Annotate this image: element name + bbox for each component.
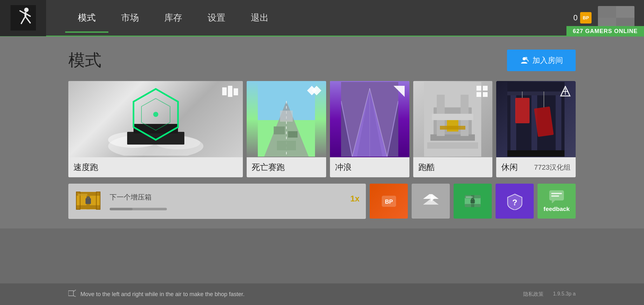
svg-rect-95 xyxy=(551,195,559,197)
bottom-right: 隐私政策 1.9.5.3p a xyxy=(523,291,576,298)
speed-thumbnail xyxy=(68,81,243,157)
rank-button[interactable] xyxy=(412,184,450,219)
nav-market[interactable]: 市场 xyxy=(108,9,152,27)
online-badge: 627 GAMERS ONLINE xyxy=(566,26,644,37)
idle-visual xyxy=(507,82,565,157)
svg-rect-56 xyxy=(476,86,481,91)
svg-rect-0 xyxy=(10,5,36,30)
game-modes: 速度跑 xyxy=(68,81,576,177)
green-crate-button[interactable] xyxy=(454,184,492,219)
navbar: 模式 市场 库存 设置 退出 0 BP 627 GAMERS ONLINE xyxy=(0,0,644,37)
death-mode-label: 死亡赛跑 xyxy=(247,157,326,177)
mode-card-death[interactable]: 死亡赛跑 xyxy=(247,81,326,177)
bp-button[interactable]: BP xyxy=(370,184,408,219)
tip-text: Move to the left and right while in the … xyxy=(68,290,244,299)
parkour-mode-icon xyxy=(476,86,488,99)
boost-box: 下一个增压箱 1x xyxy=(68,184,366,219)
mode-card-speed[interactable]: 速度跑 xyxy=(68,81,243,177)
nav-links: 模式 市场 库存 设置 退出 xyxy=(65,9,281,27)
bp-counter: 0 BP xyxy=(573,12,592,24)
boost-progress-fill xyxy=(110,208,133,210)
boost-crate-icon xyxy=(75,189,103,213)
svg-rect-69 xyxy=(507,150,565,157)
tip-icon xyxy=(68,290,76,299)
idle-mode-icon xyxy=(560,86,571,99)
svg-rect-91 xyxy=(466,196,473,198)
svg-rect-31 xyxy=(288,131,298,138)
bottom-bar: Move to the left and right while in the … xyxy=(0,283,644,305)
svg-rect-33 xyxy=(280,111,293,122)
mystery-button[interactable]: ? xyxy=(496,184,534,219)
death-mode-icon xyxy=(307,86,321,98)
svg-rect-52 xyxy=(432,114,473,120)
idle-thumbnail xyxy=(496,81,576,157)
svg-rect-10 xyxy=(616,6,634,18)
surf-mode-label: 冲浪 xyxy=(330,157,409,177)
speed-visual xyxy=(108,83,203,156)
svg-point-1 xyxy=(24,8,29,12)
speed-mode-icon xyxy=(222,86,238,99)
svg-marker-84 xyxy=(423,194,439,199)
nav-modes[interactable]: 模式 xyxy=(65,9,108,27)
svg-rect-18 xyxy=(127,132,184,145)
svg-rect-32 xyxy=(277,141,296,150)
join-room-icon xyxy=(520,56,529,65)
svg-rect-24 xyxy=(228,86,232,97)
nav-settings[interactable]: 设置 xyxy=(195,9,238,27)
main-content: 模式 加入房间 xyxy=(0,37,644,228)
parkour-mode-label: 跑酷 xyxy=(413,157,493,177)
feedback-button[interactable]: feedback xyxy=(538,184,576,219)
idle-mode-label: 休闲 7723汉化组 xyxy=(496,157,576,177)
svg-point-14 xyxy=(525,57,527,59)
feedback-label: feedback xyxy=(544,206,570,213)
logo-box xyxy=(0,0,46,36)
svg-text:BP: BP xyxy=(385,199,393,205)
boost-info: 下一个增压箱 1x xyxy=(110,193,360,210)
bp-button-icon: BP xyxy=(380,193,398,210)
action-bar: 下一个增压箱 1x BP xyxy=(68,184,576,219)
svg-rect-25 xyxy=(234,88,238,95)
death-thumbnail xyxy=(247,81,326,157)
svg-rect-63 xyxy=(556,92,561,157)
mode-title: 模式 xyxy=(68,49,101,71)
surf-visual xyxy=(341,82,398,157)
mode-card-parkour[interactable]: 跑酷 xyxy=(413,81,493,177)
svg-rect-65 xyxy=(515,98,530,123)
svg-rect-79 xyxy=(86,198,91,204)
join-room-button[interactable]: 加入房间 xyxy=(507,50,576,71)
nav-exit[interactable]: 退出 xyxy=(238,9,281,27)
boost-progress-bar xyxy=(110,208,167,210)
svg-rect-58 xyxy=(476,92,481,97)
feedback-icon xyxy=(549,190,565,203)
privacy-policy[interactable]: 隐私政策 xyxy=(523,291,544,298)
join-room-label: 加入房间 xyxy=(532,55,563,65)
death-visual xyxy=(258,82,315,157)
rank-icon xyxy=(422,194,440,208)
mode-card-idle[interactable]: 休闲 7723汉化组 xyxy=(496,81,576,177)
mode-card-surf[interactable]: 冲浪 xyxy=(330,81,409,177)
bp-count: 0 xyxy=(573,13,578,22)
parkour-visual xyxy=(424,82,481,157)
svg-line-98 xyxy=(73,290,76,292)
svg-point-22 xyxy=(153,112,158,117)
svg-rect-55 xyxy=(427,142,478,149)
svg-line-99 xyxy=(73,296,76,297)
nav-right: 0 BP 627 GAMERS ONLINE xyxy=(573,6,644,30)
svg-text:?: ? xyxy=(512,198,517,207)
svg-rect-64 xyxy=(507,92,565,95)
svg-marker-85 xyxy=(423,199,439,204)
boost-label: 下一个增压箱 xyxy=(110,193,152,202)
nav-inventory[interactable]: 库存 xyxy=(152,9,195,27)
green-crate-icon xyxy=(463,193,482,210)
surf-mode-icon xyxy=(394,86,405,99)
boost-count: 1x xyxy=(350,194,360,204)
mode-header: 模式 加入房间 xyxy=(68,49,576,71)
speed-mode-label: 速度跑 xyxy=(68,157,243,177)
surf-thumbnail xyxy=(330,81,409,157)
svg-rect-59 xyxy=(483,92,488,97)
svg-rect-30 xyxy=(274,126,285,134)
svg-rect-90 xyxy=(470,200,475,203)
parkour-thumbnail xyxy=(413,81,493,157)
svg-rect-9 xyxy=(598,6,616,18)
svg-rect-57 xyxy=(483,86,488,91)
